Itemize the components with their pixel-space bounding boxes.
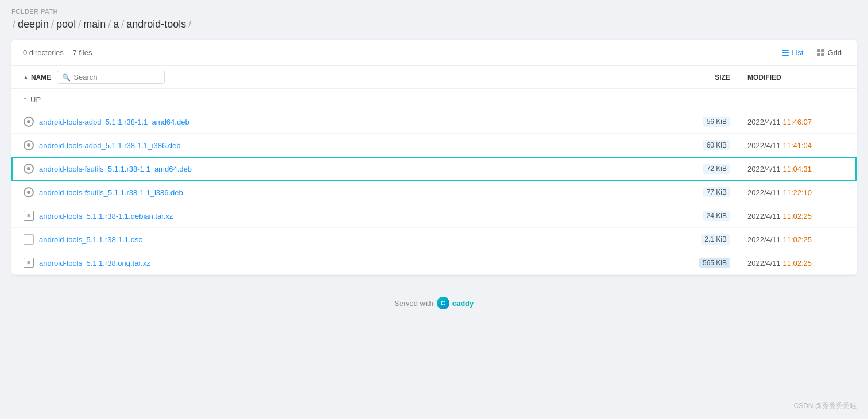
- file-link[interactable]: android-tools-fsutils_5.1.1.r38-1.1_amd6…: [39, 165, 192, 173]
- grid-view-button[interactable]: Grid: [813, 46, 845, 59]
- list-icon: [781, 49, 789, 57]
- file-icon: [23, 234, 34, 245]
- search-input[interactable]: [73, 73, 160, 82]
- size-badge: 56 KiB: [703, 117, 730, 127]
- date-value: 2022/4/11: [747, 235, 782, 244]
- col-name-header: ▲ NAME 🔍: [23, 71, 661, 84]
- breadcrumb-item-deepin[interactable]: deepin: [18, 18, 49, 30]
- name-sort-button[interactable]: ▲ NAME: [23, 73, 51, 82]
- size-cell: 60 KiB: [661, 140, 730, 150]
- svg-rect-5: [817, 53, 820, 56]
- breadcrumb-item-pool[interactable]: pool: [56, 18, 76, 30]
- modified-cell: 2022/4/11 11:41:04: [730, 141, 845, 150]
- svg-rect-3: [817, 49, 820, 52]
- breadcrumb-sep: /: [121, 18, 124, 30]
- file-name-cell: android-tools_5.1.1.r38-1.1.dsc: [23, 234, 661, 245]
- deb-file-icon: [24, 164, 34, 174]
- breadcrumb-sep: /: [51, 18, 54, 30]
- table-row[interactable]: android-tools_5.1.1.r38-1.1.dsc 2.1 KiB …: [11, 228, 857, 251]
- modified-column-header: MODIFIED: [730, 73, 845, 82]
- size-badge: 24 KiB: [703, 211, 730, 221]
- search-icon: 🔍: [62, 73, 71, 82]
- file-name-cell: ⊞ android-tools_5.1.1.r38-1.1.debian.tar…: [23, 210, 661, 222]
- list-view-button[interactable]: List: [778, 46, 807, 59]
- breadcrumb-sep: /: [188, 18, 191, 30]
- name-column-label: NAME: [31, 73, 51, 82]
- size-cell: 565 KiB: [661, 258, 730, 268]
- svg-rect-6: [822, 53, 824, 56]
- size-cell: 77 KiB: [661, 187, 730, 197]
- deb-file-icon: [24, 117, 34, 127]
- modified-cell: 2022/4/11 11:04:31: [730, 165, 845, 173]
- svg-rect-2: [782, 55, 789, 56]
- footer: Served with C caddy: [0, 286, 868, 320]
- size-cell: 2.1 KiB: [661, 234, 730, 245]
- time-value: 11:04:31: [782, 165, 812, 173]
- file-link[interactable]: android-tools_5.1.1.r38-1.1.debian.tar.x…: [39, 212, 173, 220]
- breadcrumb: / deepin / pool / main / a / android-too…: [0, 17, 868, 40]
- file-icon: ⊞: [23, 257, 34, 269]
- date-value: 2022/4/11: [747, 212, 782, 220]
- watermark: CSDN @秃秃秃秃哇: [793, 401, 857, 411]
- table-row[interactable]: android-tools-adbd_5.1.1.r38-1.1_amd64.d…: [11, 110, 857, 134]
- table-header: ▲ NAME 🔍 SIZE MODIFIED: [11, 66, 857, 89]
- sort-up-icon: ▲: [23, 74, 29, 80]
- file-link[interactable]: android-tools_5.1.1.r38.orig.tar.xz: [39, 259, 150, 267]
- date-value: 2022/4/11: [747, 259, 782, 267]
- caddy-logo: C caddy: [437, 297, 474, 309]
- table-row[interactable]: android-tools-fsutils_5.1.1.r38-1.1_i386…: [11, 181, 857, 204]
- date-value: 2022/4/11: [747, 118, 782, 126]
- date-value: 2022/4/11: [747, 165, 782, 173]
- modified-cell: 2022/4/11 11:46:07: [730, 118, 845, 126]
- folder-path-label: FOLDER PATH: [0, 0, 868, 17]
- size-badge: 60 KiB: [703, 140, 730, 150]
- size-badge: 72 KiB: [703, 164, 730, 174]
- file-name-cell: android-tools-fsutils_5.1.1.r38-1.1_amd6…: [23, 163, 661, 174]
- file-link[interactable]: android-tools-adbd_5.1.1.r38-1.1_amd64.d…: [39, 118, 189, 126]
- file-name-cell: ⊞ android-tools_5.1.1.r38.orig.tar.xz: [23, 257, 661, 269]
- file-link[interactable]: android-tools_5.1.1.r38-1.1.dsc: [39, 235, 142, 244]
- file-icon: [23, 187, 34, 198]
- breadcrumb-item-main[interactable]: main: [83, 18, 106, 30]
- size-cell: 24 KiB: [661, 211, 730, 221]
- size-cell: 72 KiB: [661, 164, 730, 174]
- file-icon: [23, 163, 34, 174]
- size-badge: 2.1 KiB: [701, 234, 730, 245]
- served-with-text: Served with: [394, 299, 433, 308]
- table-row[interactable]: ⊞ android-tools_5.1.1.r38.orig.tar.xz 56…: [11, 251, 857, 275]
- breadcrumb-sep: /: [108, 18, 111, 30]
- modified-cell: 2022/4/11 11:02:25: [730, 235, 845, 244]
- file-list: android-tools-adbd_5.1.1.r38-1.1_amd64.d…: [11, 110, 857, 275]
- date-value: 2022/4/11: [747, 188, 782, 197]
- file-icon: [23, 139, 34, 151]
- toolbar-stats: 0 directories 7 files: [23, 48, 99, 57]
- file-icon: [23, 116, 34, 127]
- time-value: 11:02:25: [782, 235, 812, 244]
- caddy-label: caddy: [452, 299, 474, 308]
- file-link[interactable]: android-tools-fsutils_5.1.1.r38-1.1_i386…: [39, 188, 183, 197]
- dir-count: 0 directories: [23, 48, 64, 57]
- table-row[interactable]: android-tools-fsutils_5.1.1.r38-1.1_amd6…: [11, 157, 857, 181]
- toolbar-view-buttons: List Grid: [778, 46, 845, 59]
- time-value: 11:46:07: [782, 118, 812, 126]
- up-label: UP: [30, 95, 41, 104]
- toolbar: 0 directories 7 files List Grid: [11, 40, 857, 66]
- size-column-header: SIZE: [661, 73, 730, 82]
- time-value: 11:22:10: [782, 188, 812, 197]
- time-value: 11:02:25: [782, 259, 812, 267]
- file-name-cell: android-tools-adbd_5.1.1.r38-1.1_amd64.d…: [23, 116, 661, 127]
- date-value: 2022/4/11: [747, 141, 782, 150]
- file-link[interactable]: android-tools-adbd_5.1.1.r38-1.1_i386.de…: [39, 141, 180, 150]
- size-badge: 565 KiB: [699, 258, 730, 268]
- svg-rect-4: [822, 49, 824, 52]
- up-row[interactable]: ↑ UP: [11, 89, 857, 110]
- svg-rect-1: [782, 52, 789, 53]
- file-count: 7 files: [72, 48, 92, 57]
- breadcrumb-item-android-tools[interactable]: android-tools: [126, 18, 186, 30]
- file-name-cell: android-tools-adbd_5.1.1.r38-1.1_i386.de…: [23, 139, 661, 151]
- table-row[interactable]: ⊞ android-tools_5.1.1.r38-1.1.debian.tar…: [11, 204, 857, 228]
- modified-cell: 2022/4/11 11:02:25: [730, 259, 845, 267]
- breadcrumb-item-a[interactable]: a: [113, 18, 119, 30]
- file-icon: ⊞: [23, 210, 34, 222]
- table-row[interactable]: android-tools-adbd_5.1.1.r38-1.1_i386.de…: [11, 134, 857, 157]
